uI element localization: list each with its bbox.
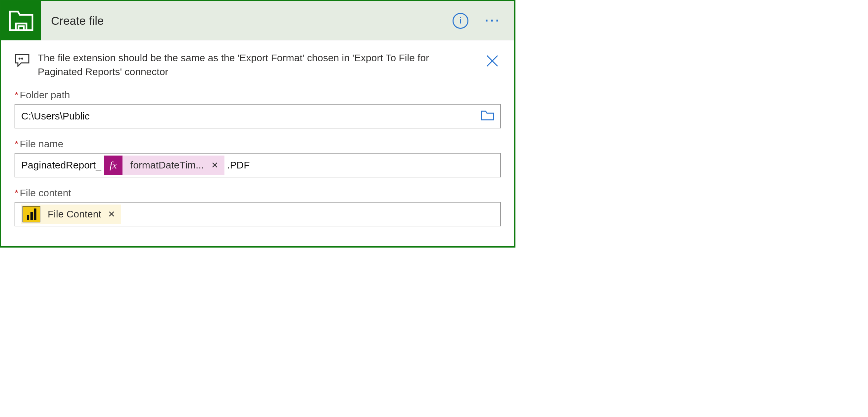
dismiss-note-button[interactable] <box>484 52 501 71</box>
file-content-token[interactable]: File Content ✕ <box>21 204 121 224</box>
file-name-input[interactable]: PaginatedReport_ fx formatDateTim... ✕ .… <box>14 153 501 178</box>
file-name-field: *File name PaginatedReport_ fx formatDat… <box>1 138 514 187</box>
file-content-label: *File content <box>14 187 501 199</box>
expression-token-label: formatDateTim... <box>123 160 209 171</box>
folder-path-input[interactable]: C:\Users\Public <box>14 104 501 128</box>
file-content-field: *File content File Content ✕ <box>1 187 514 236</box>
file-name-suffix: .PDF <box>227 160 250 171</box>
more-options-icon[interactable]: ··· <box>485 14 501 28</box>
folder-path-label: *Folder path <box>14 89 501 101</box>
file-name-label: *File name <box>14 138 501 150</box>
expression-token[interactable]: fx formatDateTim... ✕ <box>104 156 224 175</box>
note-text: The file extension should be the same as… <box>38 51 476 79</box>
create-file-card: Create file i ··· The file extension sho… <box>0 0 516 248</box>
card-header: Create file i ··· <box>1 1 514 40</box>
file-system-icon <box>1 1 41 40</box>
remove-content-token[interactable]: ✕ <box>106 209 117 219</box>
file-content-input[interactable]: File Content ✕ <box>14 202 501 226</box>
folder-picker-icon[interactable] <box>481 110 494 123</box>
comment-icon <box>14 54 30 68</box>
fx-icon: fx <box>104 156 123 175</box>
header-actions: i ··· <box>453 13 514 29</box>
powerbi-icon <box>23 206 40 222</box>
file-content-token-label: File Content <box>40 208 106 220</box>
folder-path-value: C:\Users\Public <box>21 110 90 122</box>
svg-point-0 <box>19 58 20 59</box>
card-body: The file extension should be the same as… <box>1 40 514 246</box>
info-icon[interactable]: i <box>453 13 468 29</box>
svg-point-1 <box>22 58 23 59</box>
card-title: Create file <box>41 14 453 28</box>
remove-expression-token[interactable]: ✕ <box>209 160 220 170</box>
folder-path-field: *Folder path C:\Users\Public <box>1 89 514 138</box>
note-row: The file extension should be the same as… <box>1 44 514 89</box>
file-name-prefix: PaginatedReport_ <box>21 160 101 171</box>
